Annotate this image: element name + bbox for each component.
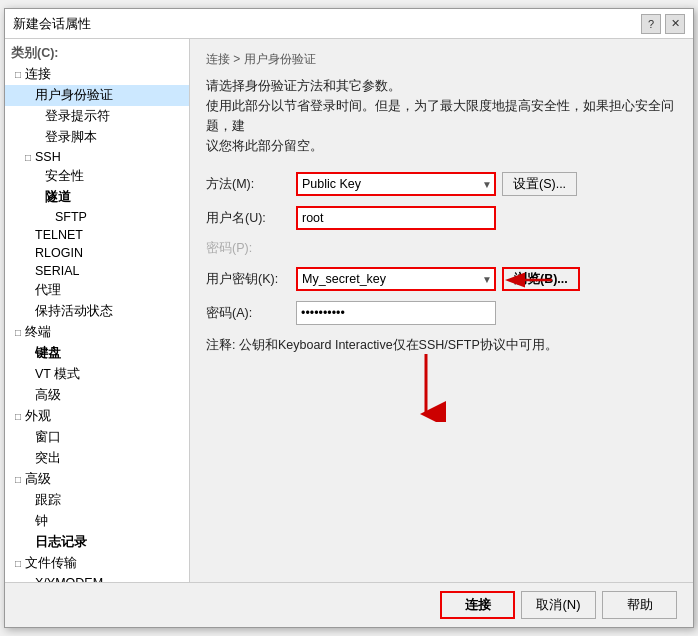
sidebar-item-suidao[interactable]: 隧道 (5, 187, 189, 208)
breadcrumb: 连接 > 用户身份验证 (206, 51, 677, 68)
main-panel: 连接 > 用户身份验证 请选择身份验证方法和其它参数。 使用此部分以节省登录时间… (190, 39, 693, 582)
window-title: 新建会话属性 (13, 15, 91, 33)
passphrase-input[interactable] (296, 301, 496, 325)
username-label: 用户名(U): (206, 210, 296, 227)
sidebar-item-daili[interactable]: 代理 (5, 280, 189, 301)
sidebar-item-tuchu[interactable]: 突出 (5, 448, 189, 469)
method-control-wrap: Public Key Password Keyboard Interactive… (296, 172, 677, 196)
sidebar-item-xymodem[interactable]: X/YMODEM (5, 574, 189, 582)
sidebar-item-gaoji[interactable]: □高级 (5, 469, 189, 490)
arrow-down-area (206, 362, 677, 417)
userkey-select-wrap: My_secret_key None ▼ (296, 267, 496, 291)
userkey-select[interactable]: My_secret_key None (296, 267, 496, 291)
method-select-wrap: Public Key Password Keyboard Interactive… (296, 172, 496, 196)
sidebar-item-chuangkou[interactable]: 窗口 (5, 427, 189, 448)
sidebar-item-zhongduan[interactable]: □终端 (5, 322, 189, 343)
desc-line2: 使用此部分以节省登录时间。但是，为了最大限度地提高安全性，如果担心安全问题，建 (206, 96, 677, 136)
passphrase-control-wrap (296, 301, 677, 325)
close-button[interactable]: ✕ (665, 14, 685, 34)
note-text: 注释: 公钥和Keyboard Interactive仅在SSH/SFTP协议中… (206, 337, 677, 354)
sidebar-item-yonghu[interactable]: 用户身份验证 (5, 85, 189, 106)
method-select[interactable]: Public Key Password Keyboard Interactive… (296, 172, 496, 196)
sidebar-item-jianpan[interactable]: 键盘 (5, 343, 189, 364)
arrow-annotation-down (406, 352, 446, 422)
bottom-bar: 连接 取消(N) 帮助 (5, 582, 693, 627)
settings-button[interactable]: 设置(S)... (502, 172, 577, 196)
form-section: 方法(M): Public Key Password Keyboard Inte… (206, 172, 677, 570)
connect-button[interactable]: 连接 (440, 591, 515, 619)
sidebar-item-rizhi[interactable]: 日志记录 (5, 532, 189, 553)
sidebar-item-lianjie[interactable]: □连接 (5, 64, 189, 85)
method-label: 方法(M): (206, 176, 296, 193)
sidebar-item-rlogin[interactable]: RLOGIN (5, 244, 189, 262)
description: 请选择身份验证方法和其它参数。 使用此部分以节省登录时间。但是，为了最大限度地提… (206, 76, 677, 156)
sidebar-item-denglu-jiaopen[interactable]: 登录脚本 (5, 127, 189, 148)
title-bar: 新建会话属性 ? ✕ (5, 9, 693, 39)
username-row: 用户名(U): (206, 206, 677, 230)
sidebar-item-anquanxing[interactable]: 安全性 (5, 166, 189, 187)
username-control-wrap (296, 206, 677, 230)
sidebar: 类别(C): □连接 用户身份验证 登录提示符 登录脚本 □SSH 安全性 隧道 (5, 39, 190, 582)
sidebar-item-wenjian-chuanshu[interactable]: □文件传输 (5, 553, 189, 574)
title-bar-buttons: ? ✕ (641, 14, 685, 34)
cancel-button[interactable]: 取消(N) (521, 591, 596, 619)
help-bottom-button[interactable]: 帮助 (602, 591, 677, 619)
sidebar-item-baochi[interactable]: 保持活动状态 (5, 301, 189, 322)
method-row: 方法(M): Public Key Password Keyboard Inte… (206, 172, 677, 196)
browse-button[interactable]: 浏览(B)... (502, 267, 580, 291)
category-label: 类别(C): (5, 43, 189, 64)
desc-line1: 请选择身份验证方法和其它参数。 (206, 76, 677, 96)
password-label: 密码(P): (206, 240, 296, 257)
sidebar-item-denglu-tishifu[interactable]: 登录提示符 (5, 106, 189, 127)
desc-line3: 议您将此部分留空。 (206, 136, 677, 156)
help-button[interactable]: ? (641, 14, 661, 34)
sidebar-item-serial[interactable]: SERIAL (5, 262, 189, 280)
password-label-row: 密码(P): (206, 240, 677, 257)
passphrase-row: 密码(A): (206, 301, 677, 325)
passphrase-label: 密码(A): (206, 305, 296, 322)
sidebar-item-ssh[interactable]: □SSH (5, 148, 189, 166)
sidebar-item-zhong[interactable]: 钟 (5, 511, 189, 532)
userkey-row: 用户密钥(K): My_secret_key None ▼ 浏览(B)... (206, 267, 677, 291)
sidebar-item-gaoji-zhongduan[interactable]: 高级 (5, 385, 189, 406)
content-area: 类别(C): □连接 用户身份验证 登录提示符 登录脚本 □SSH 安全性 隧道 (5, 39, 693, 582)
sidebar-item-genzong[interactable]: 跟踪 (5, 490, 189, 511)
sidebar-item-sftp[interactable]: SFTP (5, 208, 189, 226)
sidebar-item-vt[interactable]: VT 模式 (5, 364, 189, 385)
sidebar-item-telnet[interactable]: TELNET (5, 226, 189, 244)
sidebar-item-waiguan[interactable]: □外观 (5, 406, 189, 427)
username-input[interactable] (296, 206, 496, 230)
userkey-control-wrap: My_secret_key None ▼ 浏览(B)... (296, 267, 677, 291)
userkey-label: 用户密钥(K): (206, 271, 296, 288)
main-window: 新建会话属性 ? ✕ 类别(C): □连接 用户身份验证 登录提示符 登录脚本 … (4, 8, 694, 628)
